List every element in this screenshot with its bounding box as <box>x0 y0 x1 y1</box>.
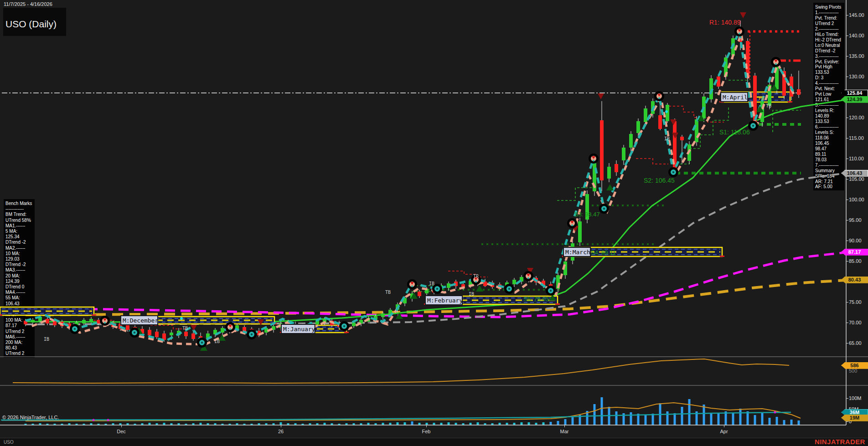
step-line <box>448 271 488 277</box>
price-tick-label: 90.00 <box>849 238 862 243</box>
price-tickmark <box>846 323 848 323</box>
price-tick-label: 120.00 <box>849 115 864 120</box>
svg-text:S5: 78.03: S5: 78.03 <box>523 296 549 302</box>
time-tickmark <box>426 425 427 427</box>
panel-separators <box>0 0 868 425</box>
volume-tick-label: 100M <box>849 395 862 401</box>
time-tickmark <box>724 425 724 427</box>
chart-window: 11/7/2025 - 4/16/2026 USO (Daily) Swing … <box>0 0 868 446</box>
date-range: 11/7/2025 - 4/16/2026 <box>4 1 52 7</box>
price-tick-label: 110.00 <box>849 156 864 161</box>
svg-text:M:April: M:April <box>723 94 748 101</box>
candles <box>24 21 801 343</box>
price-tickmark <box>846 220 848 220</box>
time-tick-label: Apr <box>720 429 728 434</box>
price-tickmark <box>846 200 848 200</box>
price-tickmark <box>846 343 848 343</box>
svg-text:TB: TB <box>182 326 188 331</box>
tab-bar: USO <box>0 438 868 446</box>
svg-text:M:March: M:March <box>565 249 590 256</box>
time-tickmark <box>121 425 122 427</box>
time-tick-label: Dec <box>117 429 126 434</box>
price-tickmark <box>846 138 848 138</box>
svg-text:S2: 106.45: S2: 106.45 <box>644 177 675 184</box>
price-tick-label: 75.00 <box>849 299 862 305</box>
price-tick-label: 135.00 <box>849 53 864 59</box>
price-tickmark <box>846 179 848 179</box>
price-marker-586: 586 <box>841 362 868 369</box>
price-tick-label: 95.00 <box>849 217 862 223</box>
price-tick-label: 105.00 <box>849 176 864 182</box>
price-tickmark <box>846 159 848 159</box>
svg-text:M:January: M:January <box>283 326 315 333</box>
chart-title-box: USO (Daily) <box>3 8 66 36</box>
price-marker-80.43: 80.43 <box>841 277 868 283</box>
volume-tickmark <box>846 421 848 422</box>
step-line <box>773 110 801 132</box>
panel2-tick-label: 500 <box>849 368 857 374</box>
price-marker-124.39: 124.39 <box>841 96 868 103</box>
svg-text:IB: IB <box>429 281 434 286</box>
time-tick-label: Feb <box>422 429 431 434</box>
svg-text:M:December: M:December <box>123 317 158 324</box>
svg-text:TR: TR <box>473 274 479 279</box>
price-tick-label: 140.00 <box>849 33 864 38</box>
price-tick-label: 115.00 <box>849 135 864 141</box>
month-chip-january[interactable]: M:January <box>281 324 315 333</box>
volume-avg-line <box>1 412 791 420</box>
time-tickmark <box>564 425 565 427</box>
price-tick-label: 100.00 <box>849 197 864 202</box>
indicator-panel2 <box>13 359 789 383</box>
price-tick-label: 145.00 <box>849 12 864 18</box>
trail-step-lines <box>93 80 801 329</box>
price-tick-label: 130.00 <box>849 74 864 79</box>
svg-text:IB: IB <box>664 136 670 141</box>
step-line <box>636 159 668 164</box>
month-chip-april[interactable]: M:April <box>721 92 748 102</box>
price-tickmark <box>846 56 848 56</box>
svg-text:FO: FO <box>759 96 764 101</box>
price-marker-106.43: 106.43 <box>841 170 868 177</box>
price-tick-label: 65.00 <box>849 340 862 346</box>
svg-text:TB: TB <box>766 103 771 108</box>
svg-text:IB: IB <box>214 339 220 344</box>
panel2-orange-line <box>13 359 789 383</box>
instrument-tab-uso[interactable]: USO <box>4 440 14 445</box>
month-chip-march[interactable]: M:March <box>563 247 590 256</box>
svg-text:IB: IB <box>44 337 49 342</box>
month-labels[interactable]: M:DecemberM:JanuaryM:FebruaryM:MarchM:Ap… <box>121 92 748 333</box>
time-tickmark <box>281 425 281 427</box>
price-marker-87.17: 87.17 <box>841 249 868 256</box>
price-tickmark <box>846 15 848 15</box>
price-tickmark <box>846 118 848 118</box>
chart-title: USO (Daily) <box>5 19 57 30</box>
time-tick-label: Mar <box>560 429 569 434</box>
price-tickmark <box>846 261 848 261</box>
price-tickmark <box>846 302 848 302</box>
time-tick-label: 26 <box>278 429 284 434</box>
price-tick-label: 70.00 <box>849 320 862 325</box>
price-marker-125.84: 125.84 <box>841 90 868 97</box>
svg-text:M:February: M:February <box>427 297 463 304</box>
volume-tickmark <box>846 398 848 399</box>
svg-text:TB: TB <box>385 290 391 295</box>
copyright-link[interactable]: © 2026 NinjaTrader, LLC. <box>2 415 59 421</box>
volume-panel <box>1 397 801 425</box>
price-tick-label: 85.00 <box>849 258 862 264</box>
svg-text:IB: IB <box>469 292 474 297</box>
svg-text:S3: 98.47: S3: 98.47 <box>574 211 600 218</box>
price-tickmark <box>846 241 848 241</box>
svg-text:R1: 140.89: R1: 140.89 <box>709 19 741 26</box>
price-marker-19M: 19M <box>841 415 868 421</box>
price-tickmark <box>846 77 848 77</box>
svg-text:S4: 89.11: S4: 89.11 <box>591 249 616 256</box>
svg-text:S1: 118.06: S1: 118.06 <box>719 128 750 136</box>
month-chip-december[interactable]: M:December <box>121 316 158 325</box>
price-tickmark <box>846 36 848 36</box>
ninjatrader-logo: NINJATRADER <box>815 438 865 446</box>
month-chip-february[interactable]: M:February <box>425 296 463 305</box>
chart-canvas: M:DecemberM:JanuaryM:FebruaryM:MarchM:Ap… <box>0 0 868 446</box>
